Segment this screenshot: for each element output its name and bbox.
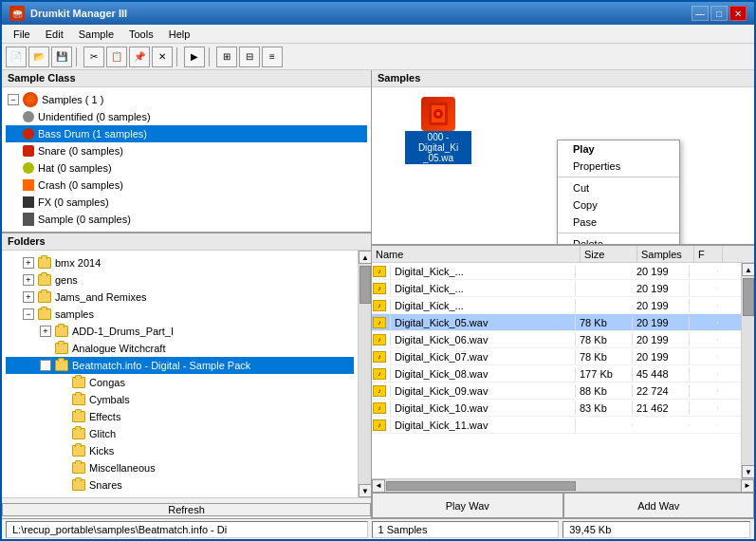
grid-btn-3[interactable]: ≡ <box>262 47 283 67</box>
folders-scrollbar[interactable]: ▲ ▼ <box>358 251 371 497</box>
table-row[interactable]: ♪ Digital_Kick_... 20 199 <box>372 297 741 314</box>
folder-bmx[interactable]: + bmx 2014 <box>6 254 354 271</box>
tree-item-bassdrum[interactable]: Bass Drum (1 samples) <box>6 125 367 142</box>
paste-button[interactable]: 📌 <box>129 47 150 67</box>
file-name-cell: Digital_Kick_06.wav <box>391 333 576 346</box>
file-f-cell <box>690 270 718 272</box>
ctx-delete[interactable]: Delete <box>558 235 679 244</box>
scroll-down[interactable]: ▼ <box>359 484 371 497</box>
folder-icon-snares <box>72 479 85 491</box>
files-scroll-up[interactable]: ▲ <box>742 263 754 276</box>
expand-root[interactable]: − <box>8 94 19 105</box>
folder-analogue[interactable]: Analogue Witchcraft <box>6 340 354 357</box>
close-button[interactable]: ✕ <box>729 6 747 21</box>
files-scroll-down[interactable]: ▼ <box>742 465 754 478</box>
expand-add1[interactable]: + <box>40 326 51 337</box>
file-f-cell <box>690 373 718 375</box>
grid-btn-2[interactable]: ⊟ <box>239 47 260 67</box>
table-row[interactable]: ♪ Digital_Kick_10.wav 83 Kb 21 462 <box>372 400 741 417</box>
save-button[interactable]: 💾 <box>51 47 72 67</box>
folder-snares[interactable]: Snares <box>6 476 354 494</box>
delete-button[interactable]: ✕ <box>152 47 173 67</box>
files-area: ♪ Digital_Kick_... 20 199 ♪ Digital_Kick… <box>372 263 754 478</box>
scroll-thumb[interactable] <box>360 266 371 304</box>
folder-gens[interactable]: + gens <box>6 271 354 289</box>
grid-btn-1[interactable]: ⊞ <box>216 47 237 67</box>
maximize-button[interactable]: □ <box>710 6 728 21</box>
main-window: 🥁 Drumkit Manager III — □ ✕ File Edit Sa… <box>0 0 756 541</box>
table-row-highlighted[interactable]: ♪ Digital_Kick_05.wav 78 Kb 20 199 <box>372 314 741 331</box>
expand-beatmatch[interactable]: − <box>40 360 51 371</box>
tree-item-crash[interactable]: Crash (0 samples) <box>6 177 367 194</box>
ctx-properties[interactable]: Properties <box>558 158 679 175</box>
add-wav-button[interactable]: Add Wav <box>563 493 755 518</box>
folder-cymbals[interactable]: Cymbals <box>6 391 354 408</box>
tree-root[interactable]: − Samples ( 1 ) <box>6 91 367 108</box>
expand-jams[interactable]: + <box>23 291 34 303</box>
cut-button[interactable]: ✂ <box>83 47 104 67</box>
file-samples-cell: 20 199 <box>633 350 690 364</box>
expand-bmx[interactable]: + <box>23 257 34 269</box>
folder-label: bmx 2014 <box>55 257 101 269</box>
tree-root-label: Samples ( 1 ) <box>42 94 103 105</box>
folder-effects[interactable]: Effects <box>6 408 354 425</box>
table-row[interactable]: ♪ Digital_Kick_08.wav 177 Kb 45 448 <box>372 365 741 382</box>
file-size-cell <box>576 270 633 272</box>
folder-icon-beatmatch <box>55 360 68 371</box>
tree-label: Sample (0 samples) <box>38 214 131 225</box>
minimize-button[interactable]: — <box>691 6 709 21</box>
context-menu: Play Properties Cut Copy Pase Delete Dup… <box>557 140 680 244</box>
col-samples[interactable]: Samples <box>637 246 694 262</box>
hscroll-thumb[interactable] <box>386 481 576 491</box>
table-row[interactable]: ♪ Digital_Kick_07.wav 78 Kb 20 199 <box>372 348 741 365</box>
folder-samples[interactable]: − samples <box>6 306 354 323</box>
col-f[interactable]: F <box>694 246 723 262</box>
ctx-paste[interactable]: Pase <box>558 214 679 231</box>
menu-help[interactable]: Help <box>161 27 198 42</box>
ctx-play[interactable]: Play <box>558 140 679 158</box>
folder-misc[interactable]: Miscellaneous <box>6 459 354 476</box>
table-row[interactable]: ♪ Digital_Kick_09.wav 88 Kb 22 724 <box>372 382 741 400</box>
tree-item-hat[interactable]: Hat (0 samples) <box>6 159 367 177</box>
menu-edit[interactable]: Edit <box>38 27 71 42</box>
expand-gens[interactable]: + <box>23 274 34 286</box>
files-scroll-thumb[interactable] <box>743 278 754 316</box>
table-row[interactable]: ♪ Digital_Kick_06.wav 78 Kb 20 199 <box>372 331 741 348</box>
folder-congas[interactable]: Congas <box>6 374 354 391</box>
file-samples-cell: 22 724 <box>633 384 690 398</box>
folder-kicks[interactable]: Kicks <box>6 442 354 459</box>
menu-tools[interactable]: Tools <box>121 27 161 42</box>
tree-item-sample[interactable]: Sample (0 samples) <box>6 211 367 228</box>
new-button[interactable]: 📄 <box>6 47 27 67</box>
col-name[interactable]: Name <box>372 246 581 262</box>
open-button[interactable]: 📂 <box>28 47 49 67</box>
menu-sample[interactable]: Sample <box>71 27 121 42</box>
folder-jams[interactable]: + Jams_and Remixes <box>6 289 354 306</box>
copy-button[interactable]: 📋 <box>106 47 127 67</box>
expand-samples[interactable]: − <box>23 308 34 320</box>
folder-beatmatch[interactable]: − Beatmatch.info - Digital - Sample Pack <box>6 357 354 374</box>
table-row[interactable]: ♪ Digital_Kick_... 20 199 <box>372 263 741 280</box>
folder-icon-gens <box>38 274 51 286</box>
file-icon-cell: ♪ <box>372 367 391 381</box>
folder-glitch[interactable]: Glitch <box>6 425 354 442</box>
scroll-up[interactable]: ▲ <box>359 251 371 264</box>
folder-add1[interactable]: + ADD-1_Drums_Part_I <box>6 323 354 340</box>
hscroll-left[interactable]: ◄ <box>372 479 385 493</box>
tree-item-unidentified[interactable]: Unidentified (0 samples) <box>6 108 367 125</box>
hscroll-right[interactable]: ► <box>741 479 754 493</box>
ctx-copy[interactable]: Copy <box>558 196 679 214</box>
tool-btn-1[interactable]: ▶ <box>184 47 205 67</box>
sample-label: 000 -Digital_Ki_05.wa <box>405 131 471 164</box>
file-icon-cell: ♪ <box>372 401 391 415</box>
menu-file[interactable]: File <box>6 27 38 42</box>
sample-item[interactable]: 000 -Digital_Ki_05.wa <box>400 97 476 164</box>
table-row[interactable]: ♪ Digital_Kick_11.wav <box>372 417 741 434</box>
play-wav-button[interactable]: Play Wav <box>372 493 563 518</box>
tree-item-fx[interactable]: FX (0 samples) <box>6 194 367 211</box>
table-row[interactable]: ♪ Digital_Kick_... 20 199 <box>372 280 741 297</box>
ctx-cut[interactable]: Cut <box>558 179 679 196</box>
files-scrollbar[interactable]: ▲ ▼ <box>741 263 754 478</box>
refresh-button[interactable]: Refresh <box>2 503 371 516</box>
tree-item-snare[interactable]: Snare (0 samples) <box>6 142 367 159</box>
